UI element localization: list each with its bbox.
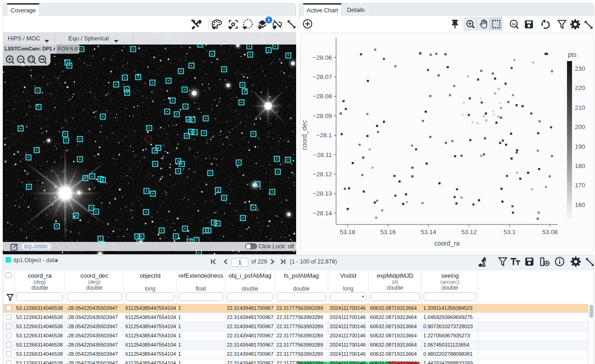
svg-text:−28.11: −28.11 [313,151,332,158]
svg-text:−28.09: −28.09 [313,112,332,119]
svg-text:−28.13: −28.13 [313,190,332,197]
svg-text:190: 190 [575,143,585,150]
svg-text:53.16: 53.16 [380,229,396,235]
svg-text:−28.14: −28.14 [313,210,332,217]
svg-text:53.18: 53.18 [340,229,355,235]
svg-text:−28.12: −28.12 [313,171,332,178]
svg-text:coord_dec: coord_dec [301,120,308,150]
svg-text:170: 170 [575,182,585,189]
svg-text:1x: 1x [512,22,516,26]
svg-text:220: 220 [575,84,585,91]
svg-text:−28.1: −28.1 [316,132,332,139]
svg-text:230: 230 [575,65,585,72]
svg-text:53.08: 53.08 [542,229,558,235]
svg-text:−28.08: −28.08 [313,93,332,100]
svg-text:53.1: 53.1 [504,229,516,235]
svg-text:200: 200 [575,123,585,130]
svg-text:160: 160 [575,202,585,208]
svg-text:210: 210 [575,104,585,111]
svg-text:pts: pts [568,51,577,58]
svg-text:180: 180 [575,162,585,169]
svg-text:−28.07: −28.07 [313,73,332,80]
svg-text:coord_ra: coord_ra [434,240,460,247]
svg-text:53.14: 53.14 [421,229,437,235]
svg-text:53.12: 53.12 [461,229,477,235]
svg-text:−28.06: −28.06 [313,54,332,61]
